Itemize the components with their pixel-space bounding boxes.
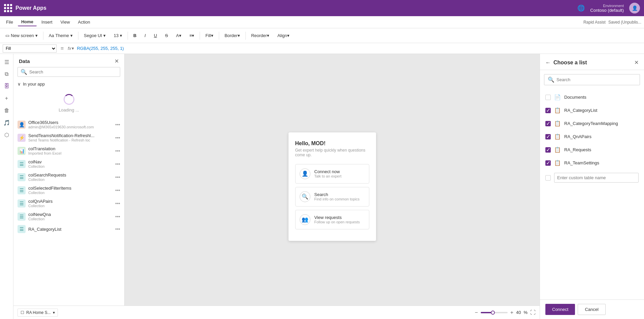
menu-bar: File Home Insert View Action Rapid Assis…: [0, 16, 644, 28]
coltranslation-icon: 📊: [18, 147, 26, 155]
data-item-colnav[interactable]: ☰ colNav Collection •••: [13, 157, 124, 170]
menu-home[interactable]: Home: [18, 18, 37, 26]
save-status: Saved (Unpublis...: [608, 20, 641, 25]
colnav-more-button[interactable]: •••: [115, 161, 120, 167]
reorder-button[interactable]: Reorder▾: [248, 32, 272, 39]
zoom-slider[interactable]: [481, 312, 508, 313]
custom-table-input[interactable]: [554, 173, 639, 183]
back-button[interactable]: ←: [545, 60, 551, 66]
rateamsettings-checkbox[interactable]: ✓: [545, 160, 551, 166]
align-button[interactable]: ≡▾: [187, 32, 197, 39]
font-select[interactable]: Segoe UI ▾: [81, 32, 108, 39]
italic-button[interactable]: I: [142, 32, 148, 39]
fullscreen-button[interactable]: ⛶: [530, 310, 536, 316]
menu-insert[interactable]: Insert: [38, 18, 56, 26]
sidebar-menu-icon[interactable]: ☰: [1, 57, 12, 67]
data-item-colselectedfilteritems[interactable]: ☰ colSelectedFilterItems Collection •••: [13, 184, 124, 197]
in-your-app-toggle[interactable]: ∨ In your app: [13, 79, 124, 89]
fx-button[interactable]: fx ▾: [68, 46, 74, 51]
data-panel-title: Data: [19, 58, 30, 64]
left-sidebar: ☰ ⧉ 🗄 + 🗑 🎵 ⬡: [0, 54, 13, 319]
right-panel-search-input[interactable]: [556, 77, 636, 82]
font-size-select[interactable]: 13 ▾: [111, 32, 125, 39]
connect-now-sub: Talk to an expert: [314, 174, 342, 178]
documents-checkbox[interactable]: [545, 95, 551, 100]
racategorylist-checkbox[interactable]: ✓: [545, 108, 551, 113]
zoom-in-button[interactable]: +: [510, 310, 513, 316]
sendteams-more-button[interactable]: •••: [115, 135, 120, 140]
toolbar-sep-2: [78, 32, 78, 40]
property-select[interactable]: Fill: [3, 44, 57, 53]
data-panel-close-button[interactable]: ✕: [114, 58, 119, 64]
data-item-colqnapairs[interactable]: ☰ colQnAPairs Collection •••: [13, 197, 124, 210]
cancel-button[interactable]: Cancel: [578, 304, 605, 315]
zoom-fill: [481, 312, 492, 313]
theme-chevron: ▾: [70, 33, 73, 38]
align-pos-button[interactable]: Align▾: [275, 32, 292, 39]
data-item-sendteams[interactable]: ⚡ SendTeamsNotification-Refreshl... Send…: [13, 131, 124, 144]
list-item-documents[interactable]: 📄 Documents: [540, 91, 644, 104]
toolbar-sep-4: [200, 32, 200, 40]
coltranslation-more-button[interactable]: •••: [115, 148, 120, 154]
office365users-more-button[interactable]: •••: [115, 122, 120, 127]
data-item-coltranslation[interactable]: 📊 colTranslation Imported from Excel •••: [13, 144, 124, 157]
colsearchrequests-more-button[interactable]: •••: [115, 174, 120, 180]
sidebar-add-icon[interactable]: +: [1, 93, 12, 104]
data-item-colsearchrequests[interactable]: ☰ colSearchRequests Collection •••: [13, 170, 124, 184]
screen-tab[interactable]: ☐ RA Home S... ▾: [18, 309, 58, 317]
list-item-rateamsettings[interactable]: ✓ 📋 RA_TeamSettings: [540, 156, 644, 169]
menu-action[interactable]: Action: [75, 18, 94, 26]
rarequests-name: RA_Requests: [564, 147, 591, 152]
racategorylist-more-button[interactable]: •••: [115, 226, 120, 232]
list-item-raqnapairs[interactable]: ✓ 📋 RA_QnAPairs: [540, 130, 644, 143]
avatar[interactable]: 👤: [629, 3, 640, 13]
data-item-office365users[interactable]: 👤 Office365Users admin@M365x019630.onmic…: [13, 118, 124, 131]
list-item-racategoryteammapping[interactable]: ✓ 📋 RA_CategoryTeamMapping: [540, 117, 644, 130]
colqnapairs-more-button[interactable]: •••: [115, 201, 120, 206]
racategoryteammapping-checkbox[interactable]: ✓: [545, 121, 551, 126]
connect-button[interactable]: Connect: [545, 304, 575, 315]
menu-view[interactable]: View: [57, 18, 73, 26]
data-search-container: 🔍: [18, 67, 120, 77]
search-action[interactable]: 🔍 Search Find info on common topics: [295, 187, 369, 206]
raqnapairs-icon: 📋: [554, 133, 561, 140]
custom-table-row: [540, 169, 644, 186]
search-action-icon: 🔍: [300, 191, 310, 202]
sidebar-layers-icon[interactable]: ⧉: [1, 69, 12, 79]
theme-button[interactable]: Aa Theme ▾: [46, 32, 75, 39]
list-item-rarequests[interactable]: ✓ 📋 RA_Requests: [540, 143, 644, 156]
sidebar-delete-icon[interactable]: 🗑: [1, 105, 12, 116]
underline-button[interactable]: U: [151, 32, 160, 39]
zoom-thumb: [491, 311, 495, 315]
bold-button[interactable]: B: [131, 32, 139, 39]
connect-now-action[interactable]: 👤 Connect now Talk to an expert: [295, 164, 369, 184]
sidebar-data-icon[interactable]: 🗄: [1, 81, 12, 92]
list-item-racategorylist[interactable]: ✓ 📋 RA_CategoryList: [540, 104, 644, 117]
fill-button[interactable]: Fill▾: [203, 32, 216, 39]
formula-input[interactable]: [77, 44, 641, 53]
colnewqna-more-button[interactable]: •••: [115, 214, 120, 219]
sidebar-components-icon[interactable]: ⬡: [1, 129, 12, 140]
new-screen-button[interactable]: ▭ New screen ▾: [3, 32, 40, 39]
colselectedfilteritems-more-button[interactable]: •••: [115, 188, 120, 193]
view-requests-action[interactable]: 👥 View requests Follow up on open reques…: [295, 210, 369, 229]
data-item-colnewqna[interactable]: ☰ colNewQna Collection •••: [13, 210, 124, 223]
globe-icon[interactable]: 🌐: [577, 4, 585, 12]
menu-file[interactable]: File: [3, 18, 16, 26]
rarequests-checkbox[interactable]: ✓: [545, 147, 551, 153]
font-color-button[interactable]: A▾: [173, 32, 184, 39]
sidebar-media-icon[interactable]: 🎵: [1, 117, 12, 128]
right-panel-footer: Connect Cancel: [540, 299, 644, 319]
data-item-racategorylist[interactable]: ☰ RA_CategoryList •••: [13, 223, 124, 235]
data-search-icon: 🔍: [21, 69, 27, 75]
data-search-input[interactable]: [29, 69, 117, 74]
colnav-name: colNav: [28, 159, 44, 164]
waffle-icon[interactable]: [4, 4, 12, 12]
custom-table-checkbox[interactable]: [545, 175, 551, 181]
raqnapairs-checkbox[interactable]: ✓: [545, 134, 551, 139]
strikethrough-button[interactable]: S: [162, 32, 171, 39]
right-panel-close-button[interactable]: ✕: [634, 59, 639, 66]
border-button[interactable]: Border▾: [222, 32, 243, 39]
zoom-out-button[interactable]: −: [475, 310, 478, 316]
connect-now-icon: 👤: [300, 168, 310, 179]
